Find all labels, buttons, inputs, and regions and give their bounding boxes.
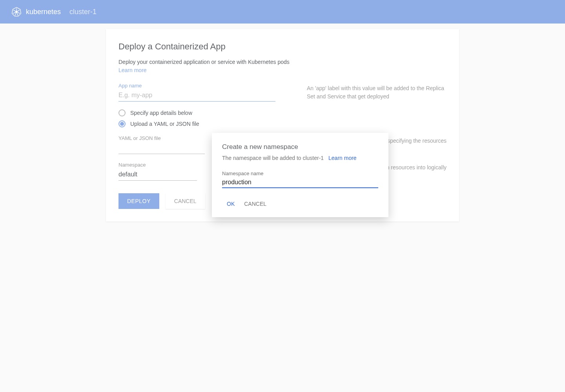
svg-line-3 xyxy=(17,10,20,12)
app-name-label: App name xyxy=(118,83,275,89)
dialog-cancel-button[interactable]: CANCEL xyxy=(244,201,266,207)
dialog-learn-more-link[interactable]: Learn more xyxy=(328,155,357,161)
svg-point-1 xyxy=(16,11,17,13)
namespace-select[interactable]: default xyxy=(118,169,197,181)
yaml-file-input[interactable] xyxy=(118,142,205,154)
radio-label: Upload a YAML or JSON file xyxy=(130,121,199,127)
dialog-button-row: OK CANCEL xyxy=(222,201,378,207)
namespace-label: Namespace xyxy=(118,162,205,168)
yaml-file-label: YAML or JSON file xyxy=(118,135,205,141)
deploy-button[interactable]: DEPLOY xyxy=(118,193,159,209)
dialog-title: Create a new namespace xyxy=(222,143,378,151)
cluster-name[interactable]: cluster-1 xyxy=(69,8,97,16)
brand-name: kubernetes xyxy=(26,8,61,16)
app-name-row: App name An 'app' label with this value … xyxy=(118,83,447,102)
radio-specify-details[interactable]: Specify app details below xyxy=(118,109,447,116)
dialog-ok-button[interactable]: OK xyxy=(227,201,235,207)
radio-upload-yaml[interactable]: Upload a YAML or JSON file xyxy=(118,120,447,127)
app-name-helper: An 'app' label with this value will be a… xyxy=(307,84,447,101)
radio-circle-icon xyxy=(118,109,126,116)
svg-line-8 xyxy=(13,10,16,12)
page-title: Deploy a Containerized App xyxy=(118,42,447,52)
cancel-button[interactable]: CANCEL xyxy=(166,193,205,209)
namespace-name-label: Namespace name xyxy=(222,171,378,176)
svg-line-7 xyxy=(13,12,16,14)
radio-dot-icon xyxy=(120,122,124,126)
page-subtitle: Deploy your containerized application or… xyxy=(118,59,447,65)
header-bar: kubernetes cluster-1 xyxy=(0,0,565,24)
svg-line-5 xyxy=(17,13,18,16)
kubernetes-logo-icon xyxy=(11,6,22,17)
create-namespace-dialog: Create a new namespace The namespace wil… xyxy=(212,133,388,217)
app-name-input[interactable] xyxy=(118,89,275,102)
learn-more-link[interactable]: Learn more xyxy=(118,67,147,73)
dialog-subtitle: The namespace will be added to cluster-1… xyxy=(222,155,378,161)
deploy-mode-radio-group: Specify app details below Upload a YAML … xyxy=(118,109,447,127)
radio-circle-selected-icon xyxy=(118,120,126,127)
svg-line-6 xyxy=(15,13,16,16)
svg-line-4 xyxy=(17,12,20,14)
radio-label: Specify app details below xyxy=(130,110,192,116)
namespace-name-input[interactable] xyxy=(222,177,378,188)
